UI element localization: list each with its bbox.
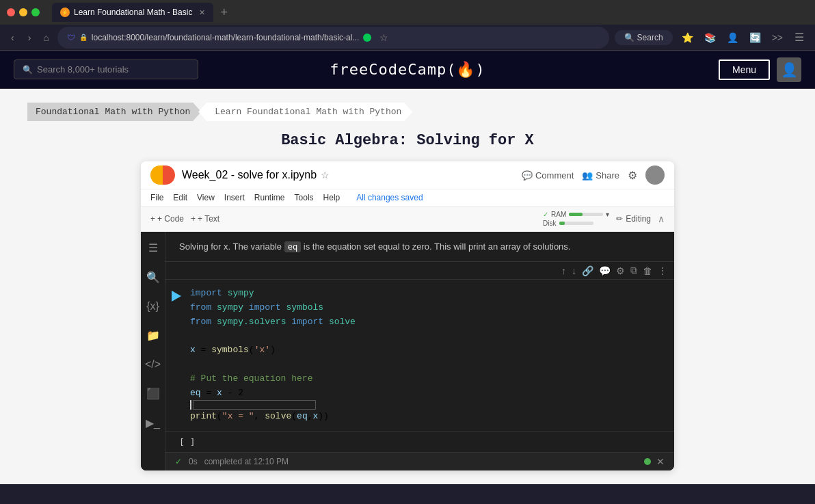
main-content: Foundational Math with Python Learn Foun…	[0, 89, 815, 484]
traffic-light-red[interactable]	[7, 8, 15, 16]
colab-logo	[150, 165, 175, 185]
home-button[interactable]: ⌂	[40, 29, 51, 46]
files-icon[interactable]: 📁	[144, 326, 163, 345]
search-pill-label: Search	[637, 33, 663, 42]
checkmark-icon: ✓	[543, 211, 548, 218]
comment-cell-button[interactable]: 💬	[599, 265, 611, 276]
header-right: Menu 👤	[719, 57, 801, 82]
notebook-body: ☰ 🔍 {x} 📁 </> ⬛ ▶_ Solving for x. The va…	[141, 232, 674, 470]
breadcrumb: Foundational Math with Python Learn Foun…	[27, 103, 788, 121]
cell-desc-cont: is the equation set equal to zero. This …	[304, 241, 571, 252]
colab-toolbar: + + Code + + Text ✓ RAM ▾ Disk	[141, 207, 674, 232]
new-tab-button[interactable]: +	[216, 5, 232, 20]
view-menu[interactable]: View	[197, 191, 215, 204]
cell-description: Solving for x. The variable eq is the eq…	[165, 232, 674, 262]
avatar[interactable]: 👤	[777, 57, 801, 82]
lock-icon: 🔒	[79, 34, 88, 41]
tracking-protection-icon	[363, 34, 371, 42]
code-snippets-icon[interactable]: </>	[142, 356, 163, 373]
url-bar[interactable]: 🛡 🔒 localhost:8000/learn/foundational-ma…	[57, 27, 609, 49]
share-button[interactable]: 👥 Share	[582, 170, 619, 181]
move-up-button[interactable]: ↑	[561, 265, 566, 276]
colab-avatar[interactable]	[645, 165, 665, 185]
move-down-button[interactable]: ↓	[572, 265, 576, 276]
address-bar: ‹ › ⌂ 🛡 🔒 localhost:8000/learn/foundatio…	[0, 25, 815, 51]
editing-button[interactable]: ✏ Editing	[616, 214, 651, 224]
shield-icon: 🛡	[67, 33, 75, 42]
traffic-light-green[interactable]	[31, 8, 40, 16]
help-menu[interactable]: Help	[323, 191, 340, 204]
fcc-tab-icon: ⚡	[60, 8, 70, 17]
back-button[interactable]: ‹	[7, 29, 18, 46]
status-time: 0s	[189, 457, 198, 466]
plus-code-icon: +	[150, 214, 155, 224]
tab-close-button[interactable]: ✕	[199, 8, 205, 17]
more-cell-button[interactable]: ⋮	[658, 265, 667, 276]
breadcrumb-label-1: Foundational Math with Python	[36, 107, 190, 117]
forward-button[interactable]: ›	[24, 29, 36, 46]
code-line-5: x = symbols('x')	[190, 343, 667, 358]
add-code-button[interactable]: + + Code	[150, 214, 184, 224]
link-button[interactable]: 🔗	[582, 265, 593, 276]
terminal-icon[interactable]: ⬛	[144, 384, 163, 403]
search-cells-icon[interactable]: 🔍	[144, 268, 163, 287]
edit-menu[interactable]: Edit	[173, 191, 187, 204]
delete-cell-button[interactable]: 🗑	[643, 265, 652, 276]
tools-menu[interactable]: Tools	[295, 191, 314, 204]
code-cell: import sympy from sympy import symbols f…	[165, 280, 674, 431]
run-triangle-icon	[172, 291, 181, 302]
menu-button[interactable]: Menu	[719, 59, 770, 80]
bookmark-icon[interactable]: ☆	[375, 29, 392, 46]
status-check-icon: ✓	[175, 457, 182, 466]
hamburger-menu-button[interactable]: ☰	[790, 29, 808, 45]
active-tab[interactable]: ⚡ Learn Foundational Math - Basic ✕	[52, 3, 213, 22]
favorite-icon[interactable]: ☆	[321, 170, 330, 181]
settings-button[interactable]: ⚙	[628, 169, 637, 182]
file-menu[interactable]: File	[150, 191, 163, 204]
traffic-light-yellow[interactable]	[19, 8, 27, 16]
code-line-2: from sympy import symbols	[190, 301, 667, 315]
settings-cell-button[interactable]: ⚙	[616, 265, 625, 276]
colab-topbar: Week_02 - solve for x.ipynb ☆ 💬 Comment …	[141, 161, 674, 189]
run-cell-button[interactable]	[165, 287, 185, 306]
extensions-button[interactable]: >>	[769, 29, 786, 46]
toolbar-icons: ⭐ 📚 👤 🔄 >> ☰	[678, 29, 808, 46]
plus-text-icon: +	[191, 214, 196, 224]
terminal-icon2[interactable]: ▶_	[143, 414, 163, 432]
code-line-8: eq = x - 2	[190, 386, 667, 401]
sync-button[interactable]: 🔄	[746, 29, 764, 46]
dropdown-icon: ▾	[606, 211, 609, 218]
status-completed: completed at 12:10 PM	[204, 457, 289, 466]
disk-label: Disk	[543, 220, 609, 227]
fcc-logo: freeCodeCamp(🔥)	[330, 61, 485, 78]
collapse-button[interactable]: ∧	[658, 213, 665, 224]
ram-label: ✓ RAM ▾	[543, 211, 609, 218]
add-text-button[interactable]: + + Text	[191, 214, 219, 224]
url-text: localhost:8000/learn/foundational-math/l…	[92, 33, 360, 42]
pocket-button[interactable]: ⭐	[678, 29, 697, 46]
breadcrumb-item-1[interactable]: Foundational Math with Python	[27, 103, 201, 121]
search-pill[interactable]: 🔍 Search	[615, 30, 673, 45]
insert-menu[interactable]: Insert	[224, 191, 245, 204]
copy-cell-button[interactable]: ⧉	[630, 265, 637, 276]
toolbar-right: ✓ RAM ▾ Disk ✏ Editing ∧	[543, 211, 665, 227]
colab-notebook: Week_02 - solve for x.ipynb ☆ 💬 Comment …	[141, 161, 674, 470]
breadcrumb-item-2[interactable]: Learn Foundational Math with Python	[198, 103, 412, 121]
code-line-9	[190, 400, 667, 410]
colab-menubar: File Edit View Insert Runtime Tools Help…	[141, 189, 674, 207]
table-of-contents-icon[interactable]: ☰	[146, 239, 161, 257]
library-button[interactable]: 📚	[701, 29, 719, 46]
profile-button[interactable]: 👤	[723, 29, 742, 46]
saved-status: All changes saved	[356, 193, 423, 202]
close-status-button[interactable]: ✕	[656, 456, 665, 467]
runtime-menu[interactable]: Runtime	[254, 191, 285, 204]
pencil-icon: ✏	[616, 214, 623, 224]
variables-icon[interactable]: {x}	[144, 297, 162, 315]
comment-button[interactable]: 💬 Comment	[522, 170, 574, 181]
fcc-logo-text-start: freeCodeCamp(	[330, 61, 456, 78]
eq-inline: eq	[284, 241, 301, 252]
tutorial-search-box[interactable]: 🔍 Search 8,000+ tutorials	[14, 59, 198, 79]
connection-status-icon	[644, 458, 651, 465]
code-content[interactable]: import sympy from sympy import symbols f…	[190, 287, 667, 424]
cell-desc-text: Solving for x. The variable	[179, 241, 282, 252]
